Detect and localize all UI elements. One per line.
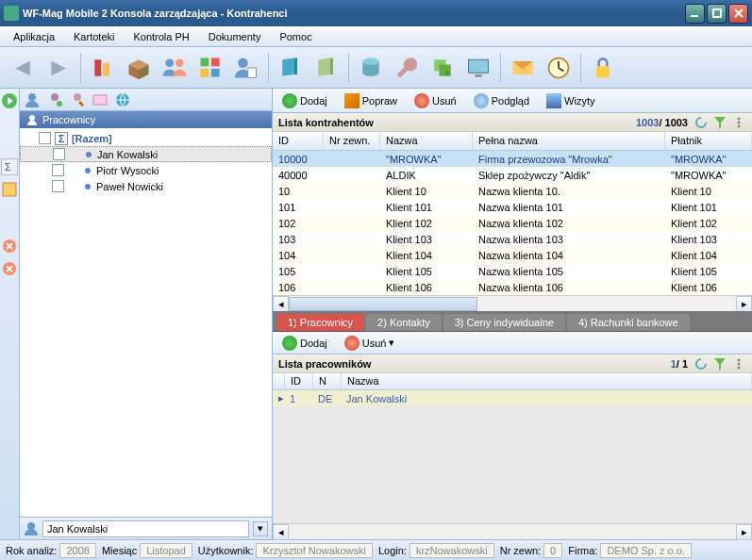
sidetab-card-icon[interactable] [92, 91, 109, 108]
tb-lock-icon[interactable] [586, 51, 620, 85]
horizontal-scrollbar[interactable]: ◂ ▸ [273, 295, 752, 311]
tb-clock-icon[interactable] [542, 51, 576, 85]
more-icon[interactable] [731, 115, 746, 130]
bullet-icon [86, 152, 92, 157]
checkbox[interactable] [52, 164, 64, 176]
grid-body[interactable]: 10000"MROWKA"Firma przewozowa "Mrowka""M… [273, 151, 752, 295]
grid-row[interactable]: 102Klient 102Nazwa klienta 102Klient 102 [273, 215, 752, 231]
menu-aplikacja[interactable]: Aplikacja [4, 28, 64, 45]
strip-del2-icon[interactable] [1, 260, 18, 277]
minimize-button[interactable] [685, 4, 705, 24]
tb-wrench-icon[interactable] [390, 51, 424, 85]
subgrid-row[interactable]: ▸ 1 DE Jan Kowalski [273, 390, 752, 406]
employee-tree[interactable]: Σ [Razem] Jan Kowalski Piotr Wysocki Paw… [20, 128, 272, 517]
close-button[interactable] [728, 4, 748, 24]
col-payer[interactable]: Płatnik [665, 132, 752, 150]
tab-accounts[interactable]: 4) Rachunki bankowe [567, 314, 690, 331]
checkbox[interactable] [52, 180, 64, 192]
sidetab-edit-icon[interactable] [69, 91, 86, 108]
tb-sync-icon[interactable] [426, 51, 460, 85]
content-area: Dodaj Popraw Usuń Podgląd Wizyty Lista k… [273, 89, 752, 539]
sidebar-footer: ▾ [20, 517, 272, 539]
sidebar: Pracownicy Σ [Razem] Jan Kowalski Piotr … [20, 89, 273, 539]
col-ext[interactable]: Nr zewn. [324, 132, 380, 150]
strip-del1-icon[interactable] [1, 238, 18, 255]
tab-prices[interactable]: 3) Ceny indywidualne [443, 314, 565, 331]
strip-box-icon[interactable] [1, 181, 18, 198]
sidetab-person-icon[interactable] [24, 91, 41, 108]
bullet-icon [85, 168, 91, 173]
grid-row[interactable]: 10000"MROWKA"Firma przewozowa "Mrowka""M… [273, 151, 752, 167]
detail-tabs: 1) Pracownicy 2) Kontakty 3) Ceny indywi… [273, 311, 752, 332]
sidetab-plus-icon[interactable] [46, 91, 63, 108]
menu-kartoteki[interactable]: Kartoteki [64, 28, 124, 45]
tb-screen-icon[interactable] [461, 51, 495, 85]
subcol-name[interactable]: Nazwa [342, 373, 752, 389]
tb-book2-icon[interactable] [309, 51, 343, 85]
col-name[interactable]: Nazwa [380, 132, 473, 150]
col-id[interactable]: ID [273, 132, 324, 150]
menu-pomoc[interactable]: Pomoc [270, 28, 321, 45]
tree-item[interactable]: Jan Kowalski [20, 146, 272, 162]
grid-row[interactable]: 103Klient 103Nazwa klienta 103Klient 103 [273, 231, 752, 247]
scroll-thumb[interactable] [289, 297, 477, 311]
dropdown-button[interactable]: ▾ [253, 521, 268, 536]
add-button[interactable]: Dodaj [278, 91, 331, 110]
sidetab-globe-icon[interactable] [114, 91, 131, 108]
edit-button[interactable]: Popraw [341, 91, 401, 110]
tb-book1-icon[interactable] [274, 51, 308, 85]
sub-horizontal-scrollbar[interactable]: ◂ ▸ [273, 523, 752, 539]
tab-employees[interactable]: 1) Pracownicy [276, 314, 364, 331]
more-icon[interactable] [731, 356, 746, 371]
list-title: Lista kontrahentów [278, 117, 374, 128]
scroll-right-button[interactable]: ▸ [736, 296, 752, 312]
bullet-icon [85, 184, 91, 189]
nav-back-button[interactable]: ◄ [6, 51, 40, 85]
tb-database-icon[interactable] [354, 51, 388, 85]
menu-kontrola[interactable]: Kontrola PH [124, 28, 198, 45]
subcol-id[interactable]: ID [285, 373, 313, 389]
visits-button[interactable]: Wizyty [543, 91, 598, 110]
employee-select-input[interactable] [42, 520, 249, 537]
svg-rect-13 [330, 58, 334, 74]
svg-point-36 [738, 117, 741, 120]
checkbox[interactable] [53, 148, 65, 160]
strip-sigma-icon[interactable]: Σ [1, 158, 18, 175]
tb-building-icon[interactable] [86, 51, 120, 85]
col-fullname[interactable]: Pełna nazwa [473, 132, 665, 150]
view-button[interactable]: Podgląd [470, 91, 533, 110]
tab-contacts[interactable]: 2) Kontakty [366, 314, 442, 331]
tree-item[interactable]: Paweł Nowicki [20, 178, 272, 194]
tree-item[interactable]: Piotr Wysocki [20, 162, 272, 178]
strip-go-icon[interactable] [1, 92, 18, 109]
tb-mail-icon[interactable] [506, 51, 540, 85]
refresh-icon[interactable] [694, 356, 709, 371]
status-ext: 0 [543, 543, 562, 558]
sub-delete-button[interactable]: Usuń ▾ [341, 334, 399, 353]
refresh-icon[interactable] [694, 115, 709, 130]
grid-row[interactable]: 104Klient 104Nazwa klienta 104Klient 104 [273, 247, 752, 263]
sub-add-button[interactable]: Dodaj [278, 334, 331, 353]
grid-row[interactable]: 105Klient 105Nazwa klienta 105Klient 105 [273, 263, 752, 279]
delete-button[interactable]: Usuń [410, 91, 460, 110]
window-title: WF-Mag Mobile 2 Konsola zarządzająca - K… [23, 8, 685, 19]
scroll-left-button[interactable]: ◂ [273, 296, 289, 312]
tb-people-icon[interactable] [158, 51, 192, 85]
sub-list-title: Lista pracowników [278, 358, 371, 370]
tb-cubes-icon[interactable] [193, 51, 227, 85]
tb-box-icon[interactable] [122, 51, 156, 85]
svg-rect-0 [691, 15, 698, 17]
menu-dokumenty[interactable]: Dokumenty [199, 28, 271, 45]
grid-row[interactable]: 40000ALDIKSklep zpożywczy "Aldik""MROWKA… [273, 167, 752, 183]
nav-forward-button[interactable]: ► [42, 51, 75, 85]
grid-row[interactable]: 106Klient 106Nazwa klienta 106Klient 106 [273, 279, 752, 295]
grid-row[interactable]: 101Klient 101Nazwa klienta 101Klient 101 [273, 199, 752, 215]
grid-row[interactable]: 10Klient 10Nazwa klienta 10.Klient 10 [273, 183, 752, 199]
filter-icon[interactable] [712, 356, 727, 371]
subcol-n[interactable]: N [313, 373, 342, 389]
filter-icon[interactable] [712, 115, 727, 130]
checkbox[interactable] [39, 132, 51, 144]
tb-userdoc-icon[interactable] [229, 51, 263, 85]
tree-razem[interactable]: Σ [Razem] [20, 130, 272, 146]
maximize-button[interactable] [707, 4, 727, 24]
